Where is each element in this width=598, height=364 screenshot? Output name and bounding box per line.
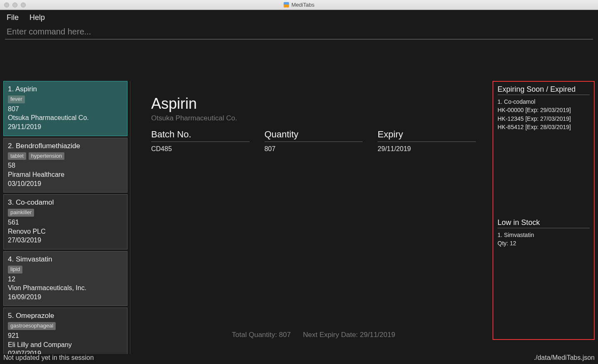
window-title: MediTabs [292,2,315,8]
list-item-tags: painkiller [8,209,123,217]
lowstock-item-qty: Qty: 12 [498,239,590,247]
list-item[interactable]: 4. Simvastatinlipid12Vion Pharmaceutical… [3,251,127,306]
list-item-expiry: 27/03/2019 [8,236,123,245]
list-item-expiry: 16/09/2019 [8,293,123,302]
list-item-tags: lipid [8,266,123,274]
footer-next-expiry: Next Expiry Date: 29/11/2019 [303,331,395,339]
footer-total-quantity: Total Quantity: 807 [232,331,291,339]
quantity-value: 807 [265,145,363,153]
batch-value: CD485 [151,145,250,153]
list-item-title: 2. Bendroflumethiazide [8,142,123,151]
app-icon [284,2,289,7]
tag: tablet [8,152,26,160]
list-item[interactable]: 3. Co-codamolpainkiller561Renovo PLC27/0… [3,194,127,249]
list-item-tags: fever [8,95,123,103]
command-input[interactable] [5,24,593,39]
status-right: ./data/MediTabs.json [534,354,595,362]
list-item-company: Otsuka Pharmaceutical Co. [8,113,123,122]
list-item[interactable]: 5. Omeprazolegastroesophageal921Eli Lill… [3,308,127,354]
lowstock-title: Low in Stock [498,218,590,228]
list-item-title: 3. Co-codamol [8,198,123,208]
status-left: Not updated yet in this session [3,354,94,362]
statusbar: Not updated yet in this session ./data/M… [0,354,598,364]
menubar: File Help [0,10,598,24]
list-item-title: 1. Aspirin [8,85,123,94]
list-item-expiry: 02/07/2019 [8,349,123,354]
expiring-list: 1. Co-codamolHK-00000 [Exp: 29/03/2019]H… [498,98,590,131]
expiring-title: Expiring Soon / Expired [498,85,590,95]
list-item-qty: 921 [8,331,123,340]
menu-file[interactable]: File [7,13,19,22]
list-item[interactable]: 1. Aspirinfever807Otsuka Pharmaceutical … [3,81,127,136]
detail-company: Otsuka Pharmaceutical Co. [151,114,476,122]
list-item-company: Piramal Healthcare [8,170,123,179]
list-item-qty: 12 [8,275,123,284]
menu-help[interactable]: Help [29,13,45,22]
list-item-qty: 58 [8,161,123,170]
quantity-header: Quantity [265,129,363,142]
detail-pane: Aspirin Otsuka Pharmaceutical Co. Batch … [130,81,493,354]
lowstock-list: 1. Simvastatin Qty: 12 [498,231,590,248]
medicine-list: 1. Aspirinfever807Otsuka Pharmaceutical … [3,81,130,354]
tag: hypertension [29,152,64,160]
lowstock-item-label: 1. Simvastatin [498,231,590,239]
batch-header: Batch No. [151,129,250,142]
tag: painkiller [8,209,34,217]
window-titlebar: MediTabs [0,0,598,10]
list-item-company: Eli Lilly and Company [8,340,123,349]
list-item-company: Vion Pharmaceuticals, Inc. [8,283,123,293]
expiry-value: 29/11/2019 [377,145,476,153]
list-item-company: Renovo PLC [8,227,123,236]
expiring-batch-line: HK-00000 [Exp: 29/03/2019] [498,106,590,114]
list-item-title: 4. Simvastatin [8,255,123,264]
list-item-tags: tablethypertension [8,152,123,160]
list-item-expiry: 03/10/2019 [8,179,123,188]
expiring-item-label: 1. Co-codamol [498,98,590,106]
list-item-tags: gastroesophageal [8,322,123,330]
list-item-expiry: 29/11/2019 [8,122,123,132]
list-item-qty: 561 [8,218,123,227]
tag: fever [8,95,25,103]
info-panel: Expiring Soon / Expired 1. Co-codamolHK-… [493,81,595,340]
tag: gastroesophageal [8,322,56,330]
expiring-batch-line: HK-85412 [Exp: 28/03/2019] [498,123,590,131]
list-item-title: 5. Omeprazole [8,311,123,321]
expiry-header: Expiry [377,129,476,142]
expiring-batch-line: HK-12345 [Exp: 27/03/2019] [498,115,590,123]
detail-footer: Total Quantity: 807 Next Expiry Date: 29… [151,331,476,354]
detail-medicine-name: Aspirin [151,95,476,112]
list-item[interactable]: 2. Bendroflumethiazidetablethypertension… [3,138,127,193]
tag: lipid [8,266,22,274]
list-item-qty: 807 [8,105,123,114]
